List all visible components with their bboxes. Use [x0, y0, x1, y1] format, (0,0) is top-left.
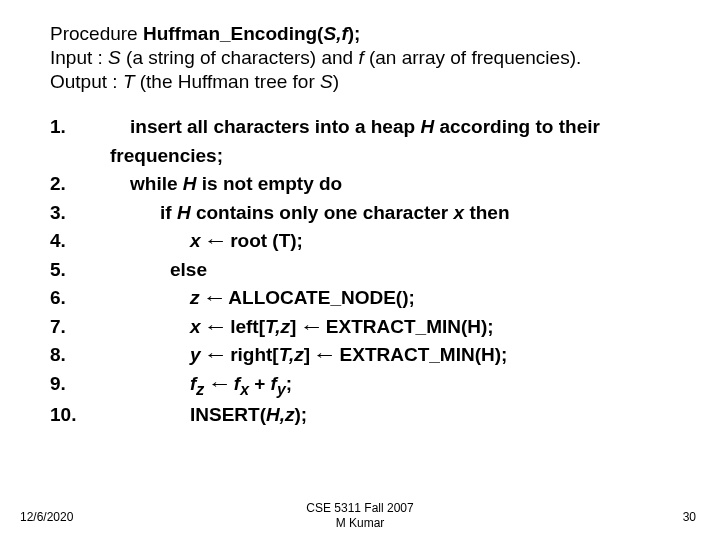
step-number: 5. — [50, 256, 110, 285]
procedure-header: Procedure Huffman_Encoding(S,f); Input :… — [50, 22, 670, 93]
step-number: 6. — [50, 284, 110, 313]
step-text: y ← right[T,z] ← EXTRACT_MIN(H); — [110, 341, 670, 370]
step-5: 5. else — [50, 256, 670, 285]
left-arrow-icon: ← — [312, 341, 337, 370]
step-2: 2. while H is not empty do — [50, 170, 670, 199]
proc-args: S,f — [323, 23, 347, 44]
step-text: x ← root (T); — [110, 227, 670, 256]
input-s: S — [108, 47, 121, 68]
step-number: 3. — [50, 199, 110, 228]
step-text: while H is not empty do — [110, 170, 670, 199]
footer-center: CSE 5311 Fall 2007 M Kumar — [0, 501, 720, 530]
left-arrow-icon: ← — [299, 313, 324, 342]
step-text: insert all characters into a heap H acco… — [110, 113, 670, 170]
step-number: 9. — [50, 370, 110, 399]
input-mid2: (an array of frequencies). — [364, 47, 582, 68]
proc-label: Procedure — [50, 23, 143, 44]
left-arrow-icon: ← — [202, 284, 227, 313]
output-label: Output : — [50, 71, 123, 92]
left-arrow-icon: ← — [203, 313, 228, 342]
step-number: 4. — [50, 227, 110, 256]
step-text: z ← ALLOCATE_NODE(); — [110, 284, 670, 313]
input-label: Input : — [50, 47, 108, 68]
step-number: 8. — [50, 341, 110, 370]
step-number: 2. — [50, 170, 110, 199]
slide-content: Procedure Huffman_Encoding(S,f); Input :… — [0, 0, 720, 430]
step-1: 1. insert all characters into a heap H a… — [50, 113, 670, 170]
step-8: 8. y ← right[T,z] ← EXTRACT_MIN(H); — [50, 341, 670, 370]
step-10: 10. INSERT(H,z); — [50, 401, 670, 430]
step-text: else — [110, 256, 670, 285]
step-number: 1. — [50, 113, 110, 142]
step-9: 9. fz ← fx + fy; — [50, 370, 670, 402]
output-s2: S — [320, 71, 333, 92]
step-text: fz ← fx + fy; — [110, 370, 670, 402]
output-close: ) — [333, 71, 339, 92]
step-number: 7. — [50, 313, 110, 342]
step-text: if H contains only one character x then — [110, 199, 670, 228]
proc-close: ); — [348, 23, 361, 44]
output-rest: (the Huffman tree for — [134, 71, 320, 92]
left-arrow-icon: ← — [203, 227, 228, 256]
step-6: 6. z ← ALLOCATE_NODE(); — [50, 284, 670, 313]
step-text: INSERT(H,z); — [110, 401, 670, 430]
step-number: 10. — [50, 401, 110, 430]
algorithm-body: 1. insert all characters into a heap H a… — [50, 113, 670, 430]
step-text: x ← left[T,z] ← EXTRACT_MIN(H); — [110, 313, 670, 342]
left-arrow-icon: ← — [203, 341, 228, 370]
step-4: 4. x ← root (T); — [50, 227, 670, 256]
step-3: 3. if H contains only one character x th… — [50, 199, 670, 228]
step-7: 7. x ← left[T,z] ← EXTRACT_MIN(H); — [50, 313, 670, 342]
proc-name: Huffman_Encoding( — [143, 23, 324, 44]
footer-page-number: 30 — [683, 510, 696, 524]
left-arrow-icon: ← — [207, 370, 232, 399]
output-t: T — [123, 71, 135, 92]
input-mid1: (a string of characters) and — [121, 47, 359, 68]
